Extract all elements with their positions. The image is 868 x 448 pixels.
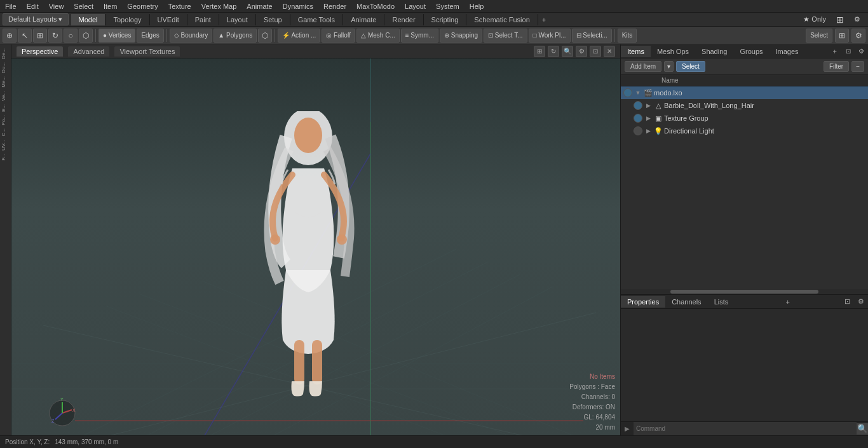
items-filter-button[interactable]: Filter	[824, 61, 849, 72]
items-select-button[interactable]: Select	[676, 61, 705, 72]
left-tool-pol[interactable]: Po...	[1, 114, 11, 126]
viewport[interactable]: Perspective Advanced Viewport Textures ⊞…	[11, 44, 620, 435]
menu-animate[interactable]: Animate	[241, 1, 277, 11]
toolbar-select-btn[interactable]: ↖	[18, 29, 32, 43]
left-tool-f[interactable]: F...	[1, 153, 11, 162]
tab-uvedit[interactable]: UVEdit	[150, 14, 187, 25]
tab-game-tools[interactable]: Game Tools	[290, 14, 344, 25]
vp-ctrl-expand[interactable]: ⊡	[590, 46, 601, 57]
vis-dot-modo-lxo[interactable]	[623, 88, 632, 97]
menu-maxtomodo[interactable]: MaxToModo	[351, 1, 400, 11]
rp-tab-groups[interactable]: Groups	[733, 46, 769, 57]
add-item-arrow[interactable]: ▾	[664, 61, 674, 72]
vp-ctrl-zoom[interactable]: 🔍	[562, 46, 573, 57]
command-input[interactable]	[634, 422, 857, 435]
left-tool-e[interactable]: E...	[1, 103, 11, 113]
tab-scripting[interactable]: Scripting	[424, 14, 467, 25]
expand-barbie[interactable]: ▶	[644, 101, 653, 110]
expand-dir-light[interactable]: ▶	[644, 126, 653, 135]
toolbar-transform-btn[interactable]: ⊞	[33, 29, 47, 43]
menu-vertex-map[interactable]: Vertex Map	[196, 1, 242, 11]
tab-schematic-fusion[interactable]: Schematic Fusion	[466, 14, 538, 25]
scene-3d[interactable]: X Y Z No Items Polygons : Face Channels:…	[11, 58, 620, 435]
menu-file[interactable]: File	[0, 1, 22, 11]
vis-dot-barbie[interactable]	[634, 101, 642, 110]
toolbar-shield-btn[interactable]: ⬡	[79, 29, 93, 43]
expand-texture-group[interactable]: ▶	[644, 114, 653, 123]
props-settings-btn[interactable]: ⚙	[854, 295, 868, 308]
left-tool-de[interactable]: De...	[1, 47, 11, 60]
menu-view[interactable]: View	[44, 1, 69, 11]
menu-item[interactable]: Item	[98, 1, 122, 11]
toolbar-globe-btn[interactable]: ⊕	[3, 29, 17, 43]
command-search-btn[interactable]: 🔍	[857, 423, 868, 435]
prop-tab-channels[interactable]: Channels	[665, 296, 707, 308]
prop-tab-lists[interactable]: Lists	[708, 296, 735, 308]
tab-animate[interactable]: Animate	[343, 14, 384, 25]
symm-btn[interactable]: ≡ Symm...	[401, 29, 438, 43]
select-t-btn[interactable]: ⊡ Select T...	[484, 29, 527, 43]
vp-tab-advanced[interactable]: Advanced	[68, 46, 109, 57]
work-pl-btn[interactable]: □ Work Pl...	[529, 29, 571, 43]
viewport-home-btn[interactable]: ⊞	[835, 29, 849, 43]
layout-settings-button[interactable]: ⚙	[849, 14, 865, 25]
add-right-tab-btn[interactable]: +	[828, 46, 842, 57]
selecti-btn[interactable]: ⊟ Selecti...	[572, 29, 612, 43]
boundary-btn[interactable]: ◇ Boundary	[170, 29, 213, 43]
rp-tab-images[interactable]: Images	[770, 46, 805, 57]
menu-system[interactable]: System	[431, 1, 465, 11]
tab-setup[interactable]: Setup	[256, 14, 290, 25]
tab-render[interactable]: Render	[384, 14, 423, 25]
toolbar-circle-btn[interactable]: ○	[64, 29, 78, 43]
tab-model[interactable]: Model	[71, 14, 106, 25]
tab-topology[interactable]: Topology	[105, 14, 149, 25]
rp-settings-btn[interactable]: ⚙	[855, 46, 868, 57]
mesh-c-btn[interactable]: △ Mesh C...	[356, 29, 400, 43]
kits-btn[interactable]: Kits	[618, 29, 637, 43]
add-layout-tab-button[interactable]: +	[538, 15, 550, 25]
vertices-btn[interactable]: ● Vertices	[98, 29, 135, 43]
vp-ctrl-home[interactable]: ⊞	[534, 46, 545, 57]
vp-ctrl-refresh[interactable]: ↻	[548, 46, 559, 57]
layout-selector[interactable]: Default Layouts ▾	[3, 13, 69, 25]
edges-btn[interactable]: Edges	[137, 29, 163, 43]
menu-texture[interactable]: Texture	[163, 1, 196, 11]
prop-tab-properties[interactable]: Properties	[621, 296, 665, 308]
left-tool-mes[interactable]: Me...	[1, 75, 11, 89]
menu-dynamics[interactable]: Dynamics	[278, 1, 318, 11]
vis-dot-texture-group[interactable]	[634, 114, 642, 123]
menu-edit[interactable]: Edit	[22, 1, 44, 11]
rp-tab-mesh-ops[interactable]: Mesh Ops	[651, 46, 695, 57]
menu-help[interactable]: Help	[465, 1, 489, 11]
menu-layout[interactable]: Layout	[400, 1, 431, 11]
menu-geometry[interactable]: Geometry	[122, 1, 163, 11]
left-tool-ver[interactable]: Ve...	[1, 90, 11, 102]
action-btn[interactable]: ⚡ Action ...	[278, 29, 320, 43]
tab-paint[interactable]: Paint	[187, 14, 219, 25]
rp-tab-shading[interactable]: Shading	[695, 46, 733, 57]
items-list[interactable]: ▼ 🎬 modo.lxo ▶ △ Barbie_Doll_With_Long_H…	[621, 86, 868, 289]
vp-ctrl-close[interactable]: ✕	[604, 46, 615, 57]
snapping-btn[interactable]: ⊕ Snapping	[440, 29, 482, 43]
polygons-btn[interactable]: ▲ Polygons	[214, 29, 257, 43]
items-scrollbar-thumb[interactable]	[670, 290, 818, 294]
left-tool-uv[interactable]: UV...	[1, 139, 11, 152]
props-expand-btn[interactable]: ⊡	[841, 295, 854, 308]
items-minus-button[interactable]: −	[851, 61, 864, 72]
falloff-btn[interactable]: ◎ Falloff	[322, 29, 355, 43]
select-mode-btn[interactable]: Select	[806, 29, 832, 43]
add-item-button[interactable]: Add Item	[625, 61, 661, 72]
vp-ctrl-gear[interactable]: ⚙	[576, 46, 587, 57]
toolbar-mesh-btn[interactable]: ⬡	[258, 29, 272, 43]
viewport-config-btn[interactable]: ⚙	[851, 29, 865, 43]
expand-modo-lxo[interactable]: ▼	[634, 88, 642, 97]
menu-render[interactable]: Render	[318, 1, 351, 11]
scene-item-modo-lxo[interactable]: ▼ 🎬 modo.lxo	[621, 86, 868, 99]
rp-expand-btn[interactable]: ⊡	[842, 46, 855, 57]
vis-dot-dir-light[interactable]	[634, 126, 642, 135]
prop-tab-plus[interactable]: +	[780, 296, 794, 308]
scene-item-dir-light[interactable]: ▶ 💡 Directional Light	[621, 125, 868, 137]
scene-item-barbie[interactable]: ▶ △ Barbie_Doll_With_Long_Hair	[621, 99, 868, 112]
menu-select[interactable]: Select	[69, 1, 98, 11]
vp-tab-perspective[interactable]: Perspective	[17, 46, 63, 57]
